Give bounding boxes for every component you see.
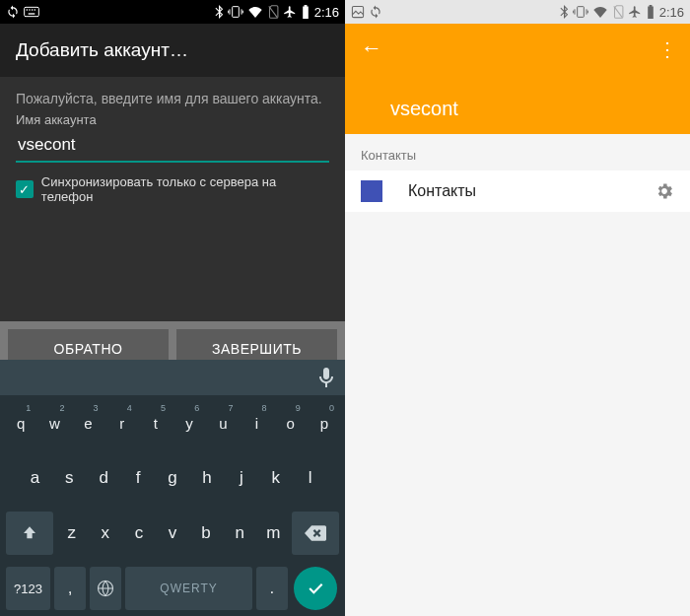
item-label: Контакты [408, 182, 655, 200]
account-color-box [361, 180, 382, 202]
backspace-key[interactable] [292, 512, 339, 555]
space-key[interactable]: QWERTY [125, 567, 252, 610]
key-n[interactable]: n [225, 512, 254, 555]
key-b[interactable]: b [191, 512, 221, 555]
content-area: Пожалуйста, введите имя для вашего аккау… [0, 77, 345, 204]
section-label: Контакты [345, 134, 690, 171]
key-u[interactable]: 7u [208, 401, 238, 445]
key-v[interactable]: v [158, 512, 187, 555]
globe-key[interactable] [90, 567, 121, 610]
keyboard-status-icon [24, 6, 39, 18]
instruction-text: Пожалуйста, введите имя для вашего аккау… [16, 91, 329, 106]
keyboard-row-4: ?123 , QWERTY . [0, 561, 345, 616]
key-h[interactable]: h [191, 456, 222, 500]
key-j[interactable]: j [226, 456, 256, 500]
account-name-input[interactable] [16, 131, 329, 163]
period-key[interactable]: . [256, 567, 288, 610]
key-r[interactable]: 4r [107, 401, 137, 445]
account-title: vsecont [390, 98, 458, 120]
status-bar: 2:16 [345, 0, 690, 24]
battery-icon [646, 5, 656, 19]
key-y[interactable]: 6y [174, 401, 204, 445]
bluetooth-icon [559, 5, 569, 19]
svg-rect-1 [27, 9, 28, 10]
svg-rect-5 [29, 13, 35, 14]
key-o[interactable]: 9o [276, 401, 306, 445]
wifi-icon [247, 6, 263, 18]
contacts-list-item[interactable]: Контакты [345, 171, 690, 212]
vibrate-icon [228, 5, 243, 19]
sync-checkbox-row[interactable]: ✓ Синхронизировать только с сервера на т… [16, 174, 329, 204]
key-c[interactable]: c [124, 512, 154, 555]
svg-rect-4 [34, 9, 35, 10]
keyboard-toolbar [0, 360, 345, 395]
soft-keyboard: 1q2w3e4r5t6y7u8i9o0p asdfghjkl zxcvbnm ?… [0, 360, 345, 616]
key-d[interactable]: d [89, 456, 119, 500]
phone-right-screen: 2:16 ← ⋮ vsecont Контакты Контакты [345, 0, 690, 616]
screenshot-icon [351, 5, 365, 19]
phone-left-screen: 2:16 Добавить аккаунт… Пожалуйста, введи… [0, 0, 345, 616]
key-f[interactable]: f [123, 456, 154, 500]
key-z[interactable]: z [57, 512, 87, 555]
back-arrow-icon[interactable]: ← [361, 35, 382, 60]
mic-icon[interactable] [319, 368, 333, 387]
comma-key[interactable]: , [54, 567, 86, 610]
key-w[interactable]: 2w [39, 401, 69, 445]
key-t[interactable]: 5t [141, 401, 171, 445]
key-k[interactable]: k [260, 456, 291, 500]
no-sim-icon [612, 5, 624, 19]
svg-rect-9 [577, 7, 584, 18]
keyboard-row-2: asdfghjkl [0, 450, 345, 506]
airplane-icon [628, 5, 642, 19]
svg-rect-6 [232, 7, 239, 18]
key-q[interactable]: 1q [6, 401, 35, 445]
symbols-key[interactable]: ?123 [6, 567, 50, 610]
enter-key[interactable] [294, 567, 337, 610]
vibrate-icon [573, 5, 588, 19]
checkbox-label: Синхронизировать только с сервера на тел… [41, 174, 329, 204]
no-sim-icon [267, 5, 279, 19]
app-header: ← ⋮ vsecont [345, 24, 690, 134]
gear-icon[interactable] [655, 181, 674, 201]
status-bar: 2:16 [0, 0, 345, 24]
bluetooth-icon [214, 5, 224, 19]
battery-icon [301, 5, 310, 19]
sync-icon [369, 5, 382, 19]
clock-text: 2:16 [314, 5, 339, 20]
keyboard-row-1: 1q2w3e4r5t6y7u8i9o0p [0, 395, 345, 450]
clock-text: 2:16 [659, 5, 684, 20]
key-i[interactable]: 8i [242, 401, 271, 445]
overflow-menu-icon[interactable]: ⋮ [657, 37, 676, 61]
key-m[interactable]: m [258, 512, 288, 555]
svg-rect-0 [25, 7, 39, 16]
shift-key[interactable] [6, 512, 53, 555]
checkbox-checked-icon: ✓ [16, 180, 34, 198]
key-l[interactable]: l [295, 456, 325, 500]
airplane-icon [283, 5, 297, 19]
screen-title: Добавить аккаунт… [0, 24, 345, 77]
svg-rect-8 [352, 6, 363, 17]
field-label: Имя аккаунта [16, 112, 329, 127]
wifi-icon [592, 6, 608, 18]
sync-icon [6, 5, 20, 19]
key-p[interactable]: 0p [310, 401, 339, 445]
keyboard-row-3: zxcvbnm [0, 506, 345, 561]
key-e[interactable]: 3e [73, 401, 103, 445]
svg-rect-3 [32, 9, 33, 10]
svg-rect-2 [29, 9, 30, 10]
key-g[interactable]: g [158, 456, 188, 500]
key-a[interactable]: a [20, 456, 50, 500]
key-x[interactable]: x [91, 512, 120, 555]
key-s[interactable]: s [54, 456, 85, 500]
